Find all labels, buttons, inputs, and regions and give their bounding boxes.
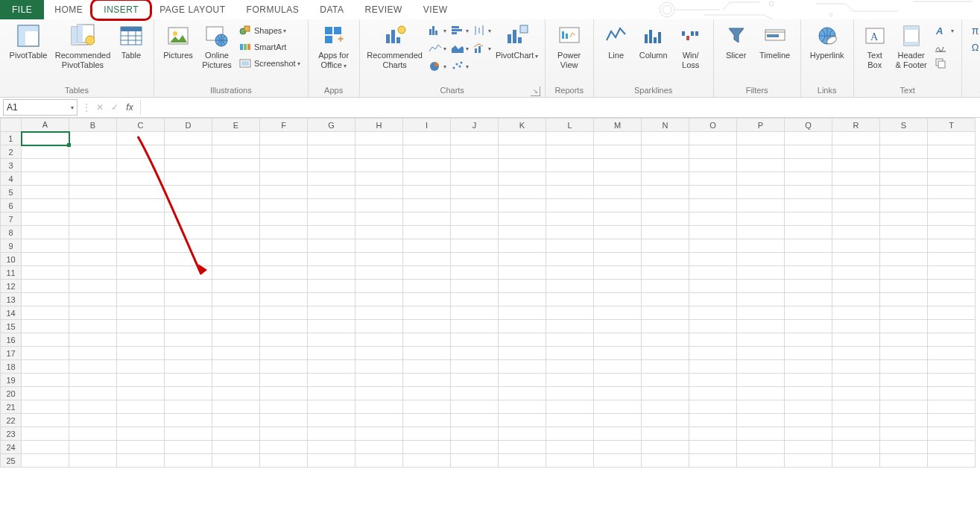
- cell[interactable]: [22, 213, 69, 226]
- cell[interactable]: [69, 132, 117, 145]
- row-header[interactable]: 6: [1, 199, 22, 213]
- cell[interactable]: [69, 226, 117, 239]
- pie-chart-button[interactable]: [427, 58, 448, 75]
- cell[interactable]: [117, 320, 165, 333]
- cell[interactable]: [594, 266, 642, 280]
- cell[interactable]: [832, 374, 880, 387]
- cell[interactable]: [546, 387, 594, 400]
- cell[interactable]: [785, 387, 832, 400]
- cell[interactable]: [737, 400, 785, 414]
- cell[interactable]: [117, 360, 165, 374]
- cell[interactable]: [212, 199, 260, 213]
- cell[interactable]: [499, 159, 546, 172]
- column-header[interactable]: O: [689, 119, 737, 132]
- cell[interactable]: [832, 159, 880, 172]
- cell[interactable]: [117, 306, 165, 320]
- cell[interactable]: [546, 306, 594, 320]
- cell[interactable]: [594, 333, 642, 347]
- cell[interactable]: [260, 186, 308, 199]
- row-header[interactable]: 4: [1, 172, 22, 186]
- cell[interactable]: [499, 306, 546, 320]
- cell[interactable]: [546, 374, 594, 387]
- cell[interactable]: [785, 333, 832, 347]
- cell[interactable]: [832, 414, 880, 427]
- cell[interactable]: [499, 387, 546, 400]
- cell[interactable]: [689, 374, 737, 387]
- cell[interactable]: [308, 306, 355, 320]
- cell[interactable]: [117, 266, 165, 280]
- header-footer-button[interactable]: Header & Footer: [891, 21, 932, 70]
- cell[interactable]: [785, 306, 832, 320]
- cell[interactable]: [928, 172, 976, 186]
- cell[interactable]: [594, 427, 642, 441]
- cell[interactable]: [546, 253, 594, 266]
- cell[interactable]: [308, 239, 355, 253]
- cell[interactable]: [117, 226, 165, 239]
- cell[interactable]: [355, 266, 403, 280]
- cell[interactable]: [642, 360, 689, 374]
- cell[interactable]: [22, 253, 69, 266]
- table-button[interactable]: Table: [113, 21, 149, 60]
- cell[interactable]: [403, 239, 451, 253]
- cell[interactable]: [308, 253, 355, 266]
- cell[interactable]: [928, 239, 976, 253]
- cell[interactable]: [546, 199, 594, 213]
- cell[interactable]: [22, 239, 69, 253]
- cell[interactable]: [308, 280, 355, 293]
- cell[interactable]: [212, 427, 260, 441]
- cell[interactable]: [594, 172, 642, 186]
- wordart-button[interactable]: A: [932, 22, 957, 39]
- textbox-button[interactable]: AText Box: [859, 21, 891, 70]
- cell[interactable]: [689, 441, 737, 454]
- cell[interactable]: [308, 213, 355, 226]
- cell[interactable]: [403, 347, 451, 360]
- cell[interactable]: [594, 280, 642, 293]
- cell[interactable]: [642, 293, 689, 306]
- cell-grid[interactable]: ABCDEFGHIJKLMNOPQRST12345678910111213141…: [0, 118, 976, 468]
- cell[interactable]: [212, 239, 260, 253]
- cell[interactable]: [117, 414, 165, 427]
- cell[interactable]: [260, 454, 308, 468]
- cell[interactable]: [403, 293, 451, 306]
- cell[interactable]: [117, 239, 165, 253]
- cell[interactable]: [403, 374, 451, 387]
- cell[interactable]: [212, 172, 260, 186]
- cell[interactable]: [308, 320, 355, 333]
- cancel-formula-button[interactable]: ✕: [92, 100, 107, 115]
- cell[interactable]: [69, 441, 117, 454]
- power-view-button[interactable]: Power View: [550, 21, 589, 70]
- pictures-button[interactable]: Pictures: [159, 21, 197, 60]
- column-header[interactable]: H: [355, 119, 403, 132]
- cell[interactable]: [737, 199, 785, 213]
- cell[interactable]: [546, 145, 594, 159]
- column-header[interactable]: J: [451, 119, 499, 132]
- cell[interactable]: [308, 159, 355, 172]
- cell[interactable]: [308, 199, 355, 213]
- cell[interactable]: [546, 400, 594, 414]
- row-header[interactable]: 16: [1, 333, 22, 347]
- cell[interactable]: [880, 132, 928, 145]
- cell[interactable]: [69, 333, 117, 347]
- cell[interactable]: [499, 427, 546, 441]
- cell[interactable]: [69, 387, 117, 400]
- cell[interactable]: [403, 145, 451, 159]
- cell[interactable]: [260, 360, 308, 374]
- cell[interactable]: [832, 360, 880, 374]
- cell[interactable]: [451, 293, 499, 306]
- row-header[interactable]: 15: [1, 320, 22, 333]
- cell[interactable]: [499, 293, 546, 306]
- cell[interactable]: [832, 253, 880, 266]
- cell[interactable]: [451, 213, 499, 226]
- name-box[interactable]: A1▾: [3, 99, 78, 116]
- cell[interactable]: [689, 145, 737, 159]
- cell[interactable]: [451, 266, 499, 280]
- cell[interactable]: [594, 213, 642, 226]
- cell[interactable]: [69, 414, 117, 427]
- combo-chart-button[interactable]: [472, 40, 493, 57]
- cell[interactable]: [260, 145, 308, 159]
- cell[interactable]: [928, 454, 976, 468]
- cell[interactable]: [546, 333, 594, 347]
- cell[interactable]: [832, 320, 880, 333]
- cell[interactable]: [737, 159, 785, 172]
- cell[interactable]: [880, 400, 928, 414]
